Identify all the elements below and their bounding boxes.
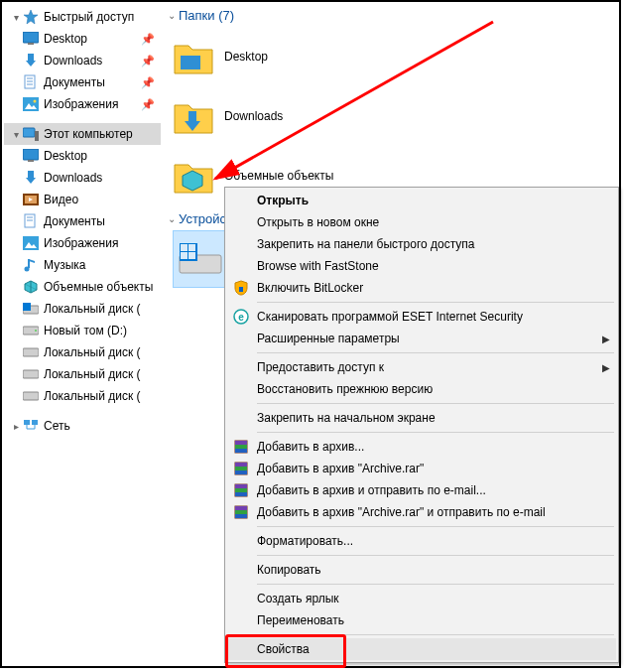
folders-group-header[interactable]: ⌄ Папки (7): [163, 6, 617, 27]
nav-label: Изображения: [44, 97, 135, 111]
menu-item[interactable]: Копировать: [227, 559, 616, 581]
svg-rect-34: [23, 348, 39, 356]
menu-item[interactable]: Восстановить прежнюю версию: [227, 378, 616, 400]
menu-separator: [257, 302, 614, 303]
svg-rect-57: [235, 445, 247, 449]
downloads-folder-icon: [173, 95, 214, 137]
folder-tile-downloads[interactable]: Downloads: [173, 86, 396, 146]
menu-item[interactable]: Закрепить на панели быстрого доступа: [227, 233, 616, 255]
svg-rect-1: [23, 32, 39, 43]
nav-quick-item-downloads[interactable]: Downloads 📌: [4, 50, 161, 71]
nav-quick-item-pictures[interactable]: Изображения 📌: [4, 93, 161, 115]
menu-item[interactable]: Создать ярлык: [227, 588, 616, 609]
svg-rect-70: [235, 514, 247, 518]
svg-rect-51: [188, 252, 195, 259]
svg-rect-38: [32, 420, 38, 425]
nav-pc-item[interactable]: Локальный диск (: [4, 363, 161, 385]
eset-icon: e: [232, 308, 250, 326]
drive-icon: [22, 323, 40, 338]
menu-item-label: Добавить в архив...: [257, 440, 598, 454]
menu-separator: [257, 526, 614, 527]
menu-item[interactable]: Расширенные параметры▶: [227, 328, 616, 349]
svg-point-33: [35, 330, 37, 332]
nav-quick-item-documents[interactable]: Документы 📌: [4, 71, 161, 93]
menu-item[interactable]: Добавить в архив "Archive.rar" и отправи…: [227, 501, 616, 523]
nav-pc-item[interactable]: Локальный диск (: [4, 298, 161, 320]
svg-rect-35: [23, 370, 39, 378]
pin-icon: 📌: [135, 76, 161, 89]
menu-item[interactable]: Открыть: [227, 190, 616, 211]
menu-item[interactable]: Добавить в архив "Archive.rar": [227, 458, 616, 479]
nav-tree: ▾ Быстрый доступ Desktop 📌 Downloads 📌 Д…: [4, 6, 161, 437]
menu-item-label: Закрепить на панели быстрого доступа: [257, 237, 598, 251]
documents-icon: [22, 74, 40, 90]
rar-icon: [232, 460, 250, 477]
nav-label: Локальный диск (: [44, 345, 161, 359]
desktop-icon: [22, 148, 40, 164]
svg-rect-36: [23, 392, 39, 400]
menu-item[interactable]: Закрепить на начальном экране: [227, 407, 616, 429]
menu-item[interactable]: Включить BitLocker: [227, 277, 616, 299]
submenu-arrow-icon: ▶: [602, 334, 610, 344]
download-icon: [22, 170, 40, 186]
nav-this-pc[interactable]: ▾ Этот компьютер: [4, 123, 161, 145]
nav-label: Изображения: [44, 236, 161, 250]
nav-network[interactable]: ▸ Сеть: [4, 415, 161, 437]
nav-pc-item[interactable]: Новый том (D:): [4, 320, 161, 341]
menu-item[interactable]: Предоставить доступ к▶: [227, 356, 616, 378]
rar-icon: [232, 481, 250, 499]
nav-label: Desktop: [44, 149, 161, 163]
nav-quick-item-desktop[interactable]: Desktop 📌: [4, 28, 161, 50]
submenu-arrow-icon: ▶: [602, 362, 610, 373]
nav-label: Локальный диск (: [44, 302, 161, 316]
svg-rect-43: [188, 111, 196, 121]
svg-rect-42: [181, 56, 200, 69]
menu-item[interactable]: Свойства: [227, 638, 616, 660]
nav-pc-item[interactable]: Музыка: [4, 254, 161, 276]
nav-pc-item[interactable]: Документы: [4, 210, 161, 232]
pin-icon: 📌: [135, 55, 161, 67]
svg-rect-60: [235, 463, 247, 467]
pc-icon: [22, 126, 40, 142]
menu-item-label: Включить BitLocker: [257, 281, 598, 295]
menu-item-label: Добавить в архив "Archive.rar" и отправи…: [257, 505, 598, 519]
menu-item[interactable]: Добавить в архив и отправить по e-mail..…: [227, 479, 616, 501]
nav-label: Документы: [44, 214, 161, 228]
nav-pc-item[interactable]: Downloads: [4, 167, 161, 189]
bitlocker-icon: [232, 279, 250, 297]
svg-point-26: [25, 267, 30, 272]
folder-tile-desktop[interactable]: Desktop: [173, 27, 396, 86]
nav-pc-item[interactable]: Локальный диск (: [4, 385, 161, 407]
nav-label: Объемные объекты: [44, 280, 161, 294]
drive-icon: [22, 388, 40, 404]
nav-pc-item[interactable]: Изображения: [4, 232, 161, 254]
svg-rect-61: [235, 467, 247, 470]
folders-grid: Desktop Downloads Объемные объекты: [163, 27, 617, 205]
nav-pc-item[interactable]: Видео: [4, 189, 161, 210]
nav-quick-access[interactable]: ▾ Быстрый доступ: [4, 6, 161, 28]
svg-marker-17: [26, 178, 36, 184]
menu-item[interactable]: eСканировать программой ESET Internet Se…: [227, 306, 616, 328]
menu-item-label: Добавить в архив и отправить по e-mail..…: [257, 483, 598, 497]
nav-label: Этот компьютер: [44, 127, 161, 141]
menu-item-label: Сканировать программой ESET Internet Sec…: [257, 310, 598, 324]
svg-rect-15: [28, 160, 34, 162]
nav-pc-item[interactable]: Объемные объекты: [4, 276, 161, 298]
svg-rect-16: [28, 171, 34, 178]
menu-item[interactable]: Browse with FastStone: [227, 255, 616, 277]
nav-label: Локальный диск (: [44, 367, 161, 381]
svg-marker-0: [24, 10, 38, 24]
svg-marker-4: [26, 61, 36, 67]
menu-item[interactable]: Открыть в новом окне: [227, 211, 616, 233]
chevron-right-icon: ▸: [10, 421, 22, 432]
nav-pc-item[interactable]: Локальный диск (: [4, 341, 161, 363]
menu-item[interactable]: Добавить в архив...: [227, 436, 616, 458]
3d-folder-icon: [173, 155, 214, 197]
svg-rect-65: [235, 488, 247, 492]
nav-label: Downloads: [44, 54, 135, 67]
menu-item[interactable]: Переименовать: [227, 609, 616, 631]
nav-pc-item[interactable]: Desktop: [4, 145, 161, 167]
svg-rect-56: [235, 441, 247, 445]
folder-label: Объемные объекты: [224, 169, 333, 183]
menu-item[interactable]: Форматировать...: [227, 530, 616, 552]
